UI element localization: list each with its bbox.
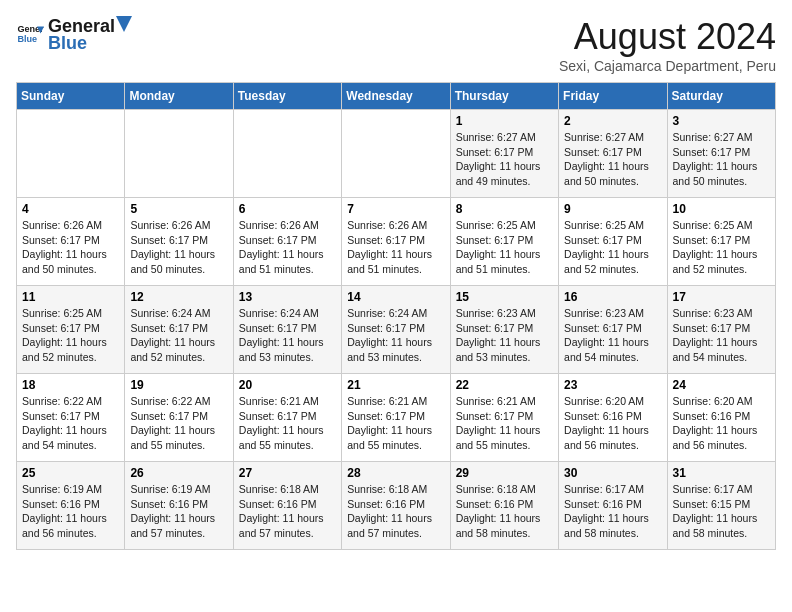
day-number: 14 xyxy=(347,290,444,304)
day-info: Sunrise: 6:27 AMSunset: 6:17 PMDaylight:… xyxy=(456,130,553,189)
calendar-cell: 30Sunrise: 6:17 AMSunset: 6:16 PMDayligh… xyxy=(559,462,667,550)
calendar-week-row: 1Sunrise: 6:27 AMSunset: 6:17 PMDaylight… xyxy=(17,110,776,198)
day-number: 5 xyxy=(130,202,227,216)
day-number: 22 xyxy=(456,378,553,392)
day-info: Sunrise: 6:21 AMSunset: 6:17 PMDaylight:… xyxy=(347,394,444,453)
logo-icon: General Blue xyxy=(16,21,44,49)
day-number: 1 xyxy=(456,114,553,128)
day-number: 9 xyxy=(564,202,661,216)
calendar-cell: 31Sunrise: 6:17 AMSunset: 6:15 PMDayligh… xyxy=(667,462,775,550)
header-monday: Monday xyxy=(125,83,233,110)
day-info: Sunrise: 6:22 AMSunset: 6:17 PMDaylight:… xyxy=(22,394,119,453)
day-info: Sunrise: 6:22 AMSunset: 6:17 PMDaylight:… xyxy=(130,394,227,453)
calendar-cell: 19Sunrise: 6:22 AMSunset: 6:17 PMDayligh… xyxy=(125,374,233,462)
day-number: 15 xyxy=(456,290,553,304)
day-number: 29 xyxy=(456,466,553,480)
header-saturday: Saturday xyxy=(667,83,775,110)
day-number: 18 xyxy=(22,378,119,392)
day-number: 2 xyxy=(564,114,661,128)
day-info: Sunrise: 6:17 AMSunset: 6:15 PMDaylight:… xyxy=(673,482,770,541)
calendar-cell: 14Sunrise: 6:24 AMSunset: 6:17 PMDayligh… xyxy=(342,286,450,374)
logo-triangle-icon xyxy=(116,16,132,32)
calendar-cell: 18Sunrise: 6:22 AMSunset: 6:17 PMDayligh… xyxy=(17,374,125,462)
day-number: 12 xyxy=(130,290,227,304)
calendar-cell: 5Sunrise: 6:26 AMSunset: 6:17 PMDaylight… xyxy=(125,198,233,286)
day-info: Sunrise: 6:23 AMSunset: 6:17 PMDaylight:… xyxy=(456,306,553,365)
day-info: Sunrise: 6:18 AMSunset: 6:16 PMDaylight:… xyxy=(347,482,444,541)
calendar-cell: 16Sunrise: 6:23 AMSunset: 6:17 PMDayligh… xyxy=(559,286,667,374)
title-block: August 2024 Sexi, Cajamarca Department, … xyxy=(559,16,776,74)
day-info: Sunrise: 6:21 AMSunset: 6:17 PMDaylight:… xyxy=(239,394,336,453)
header-tuesday: Tuesday xyxy=(233,83,341,110)
location: Sexi, Cajamarca Department, Peru xyxy=(559,58,776,74)
calendar-cell: 13Sunrise: 6:24 AMSunset: 6:17 PMDayligh… xyxy=(233,286,341,374)
calendar-cell xyxy=(17,110,125,198)
calendar-week-row: 11Sunrise: 6:25 AMSunset: 6:17 PMDayligh… xyxy=(17,286,776,374)
day-info: Sunrise: 6:27 AMSunset: 6:17 PMDaylight:… xyxy=(673,130,770,189)
day-info: Sunrise: 6:27 AMSunset: 6:17 PMDaylight:… xyxy=(564,130,661,189)
calendar-cell: 17Sunrise: 6:23 AMSunset: 6:17 PMDayligh… xyxy=(667,286,775,374)
day-number: 20 xyxy=(239,378,336,392)
calendar-cell: 8Sunrise: 6:25 AMSunset: 6:17 PMDaylight… xyxy=(450,198,558,286)
day-number: 23 xyxy=(564,378,661,392)
calendar-cell: 28Sunrise: 6:18 AMSunset: 6:16 PMDayligh… xyxy=(342,462,450,550)
calendar-cell: 15Sunrise: 6:23 AMSunset: 6:17 PMDayligh… xyxy=(450,286,558,374)
svg-text:Blue: Blue xyxy=(17,34,37,44)
day-info: Sunrise: 6:21 AMSunset: 6:17 PMDaylight:… xyxy=(456,394,553,453)
day-info: Sunrise: 6:18 AMSunset: 6:16 PMDaylight:… xyxy=(239,482,336,541)
day-number: 16 xyxy=(564,290,661,304)
day-number: 19 xyxy=(130,378,227,392)
calendar-cell: 20Sunrise: 6:21 AMSunset: 6:17 PMDayligh… xyxy=(233,374,341,462)
day-number: 25 xyxy=(22,466,119,480)
calendar-table: SundayMondayTuesdayWednesdayThursdayFrid… xyxy=(16,82,776,550)
calendar-cell xyxy=(342,110,450,198)
day-info: Sunrise: 6:23 AMSunset: 6:17 PMDaylight:… xyxy=(564,306,661,365)
header-friday: Friday xyxy=(559,83,667,110)
day-number: 8 xyxy=(456,202,553,216)
day-info: Sunrise: 6:24 AMSunset: 6:17 PMDaylight:… xyxy=(239,306,336,365)
day-info: Sunrise: 6:19 AMSunset: 6:16 PMDaylight:… xyxy=(22,482,119,541)
day-info: Sunrise: 6:26 AMSunset: 6:17 PMDaylight:… xyxy=(130,218,227,277)
calendar-cell: 2Sunrise: 6:27 AMSunset: 6:17 PMDaylight… xyxy=(559,110,667,198)
header-sunday: Sunday xyxy=(17,83,125,110)
day-number: 28 xyxy=(347,466,444,480)
calendar-cell xyxy=(125,110,233,198)
day-info: Sunrise: 6:25 AMSunset: 6:17 PMDaylight:… xyxy=(564,218,661,277)
day-info: Sunrise: 6:19 AMSunset: 6:16 PMDaylight:… xyxy=(130,482,227,541)
calendar-cell: 3Sunrise: 6:27 AMSunset: 6:17 PMDaylight… xyxy=(667,110,775,198)
calendar-cell: 21Sunrise: 6:21 AMSunset: 6:17 PMDayligh… xyxy=(342,374,450,462)
calendar-week-row: 18Sunrise: 6:22 AMSunset: 6:17 PMDayligh… xyxy=(17,374,776,462)
day-number: 10 xyxy=(673,202,770,216)
svg-marker-4 xyxy=(116,16,132,32)
day-number: 4 xyxy=(22,202,119,216)
day-info: Sunrise: 6:26 AMSunset: 6:17 PMDaylight:… xyxy=(347,218,444,277)
day-info: Sunrise: 6:25 AMSunset: 6:17 PMDaylight:… xyxy=(673,218,770,277)
calendar-cell: 4Sunrise: 6:26 AMSunset: 6:17 PMDaylight… xyxy=(17,198,125,286)
day-info: Sunrise: 6:20 AMSunset: 6:16 PMDaylight:… xyxy=(564,394,661,453)
day-info: Sunrise: 6:24 AMSunset: 6:17 PMDaylight:… xyxy=(347,306,444,365)
calendar-cell: 23Sunrise: 6:20 AMSunset: 6:16 PMDayligh… xyxy=(559,374,667,462)
day-number: 24 xyxy=(673,378,770,392)
day-info: Sunrise: 6:25 AMSunset: 6:17 PMDaylight:… xyxy=(456,218,553,277)
calendar-cell: 22Sunrise: 6:21 AMSunset: 6:17 PMDayligh… xyxy=(450,374,558,462)
calendar-cell: 25Sunrise: 6:19 AMSunset: 6:16 PMDayligh… xyxy=(17,462,125,550)
calendar-cell: 12Sunrise: 6:24 AMSunset: 6:17 PMDayligh… xyxy=(125,286,233,374)
logo: General Blue General Blue xyxy=(16,16,133,54)
day-number: 11 xyxy=(22,290,119,304)
day-number: 6 xyxy=(239,202,336,216)
calendar-cell: 11Sunrise: 6:25 AMSunset: 6:17 PMDayligh… xyxy=(17,286,125,374)
day-number: 27 xyxy=(239,466,336,480)
day-number: 21 xyxy=(347,378,444,392)
page-header: General Blue General Blue August 2024 Se… xyxy=(16,16,776,74)
day-info: Sunrise: 6:18 AMSunset: 6:16 PMDaylight:… xyxy=(456,482,553,541)
day-info: Sunrise: 6:26 AMSunset: 6:17 PMDaylight:… xyxy=(239,218,336,277)
day-number: 3 xyxy=(673,114,770,128)
day-info: Sunrise: 6:25 AMSunset: 6:17 PMDaylight:… xyxy=(22,306,119,365)
day-number: 7 xyxy=(347,202,444,216)
day-info: Sunrise: 6:17 AMSunset: 6:16 PMDaylight:… xyxy=(564,482,661,541)
calendar-week-row: 25Sunrise: 6:19 AMSunset: 6:16 PMDayligh… xyxy=(17,462,776,550)
header-thursday: Thursday xyxy=(450,83,558,110)
month-title: August 2024 xyxy=(559,16,776,58)
day-info: Sunrise: 6:20 AMSunset: 6:16 PMDaylight:… xyxy=(673,394,770,453)
header-wednesday: Wednesday xyxy=(342,83,450,110)
